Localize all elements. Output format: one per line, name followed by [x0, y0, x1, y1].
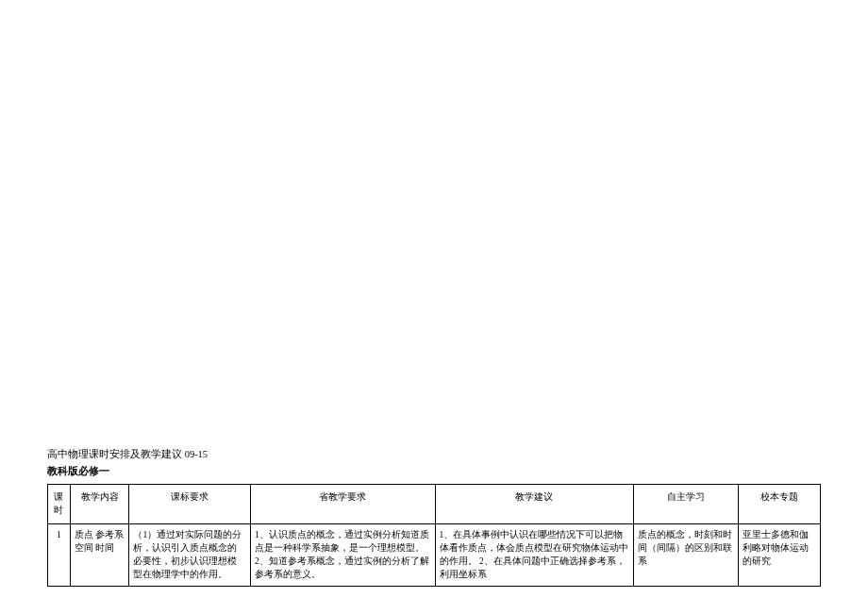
document-subtitle: 教科版必修一	[47, 465, 821, 478]
header-school: 校本专题	[738, 485, 821, 524]
cell-self: 质点的概念，时刻和时间（间隔）的区别和联系	[634, 523, 738, 586]
cell-suggest: 1、在具体事例中认识在哪些情况下可以把物体看作质点，体会质点模型在研究物体运动中…	[435, 523, 634, 586]
table-row: 1 质点 参考系 空间 时间 （1）通过对实际问题的分析，认识引入质点概念的必要…	[48, 523, 821, 586]
cell-school: 亚里士多德和伽利略对物体运动的研究	[738, 523, 821, 586]
lesson-plan-table: 课时 教学内容 课标要求 省教学要求 教学建议 自主学习 校本专题 1 质点 参…	[47, 484, 821, 587]
header-standard: 课标要求	[129, 485, 251, 524]
table-header-row: 课时 教学内容 课标要求 省教学要求 教学建议 自主学习 校本专题	[48, 485, 821, 524]
cell-province: 1、认识质点的概念，通过实例分析知道质点是一种科学系抽象，是一个理想模型。 2、…	[251, 523, 435, 586]
cell-content: 质点 参考系 空间 时间	[70, 523, 129, 586]
header-self: 自主学习	[634, 485, 738, 524]
document-title: 高中物理课时安排及教学建议 09-15	[47, 448, 821, 461]
header-province: 省教学要求	[251, 485, 435, 524]
cell-index: 1	[48, 523, 71, 586]
document-content: 高中物理课时安排及教学建议 09-15 教科版必修一 课时 教学内容 课标要求 …	[47, 448, 821, 587]
header-content: 教学内容	[70, 485, 129, 524]
header-suggest: 教学建议	[435, 485, 634, 524]
header-index: 课时	[48, 485, 71, 524]
cell-standard: （1）通过对实际问题的分析，认识引入质点概念的必要性，初步认识理想模型在物理学中…	[129, 523, 251, 586]
